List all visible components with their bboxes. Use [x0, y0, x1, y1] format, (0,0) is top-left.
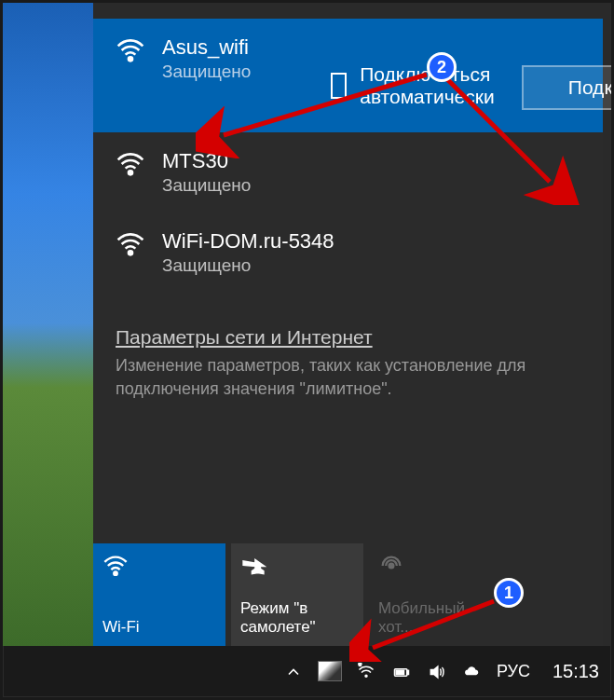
annotation-callout-1: 1: [494, 578, 524, 608]
desktop-wallpaper: [0, 0, 93, 646]
wifi-tile[interactable]: Wi-Fi: [93, 543, 225, 646]
wifi-name: MTS30: [162, 149, 580, 173]
wifi-status: Защищено: [162, 255, 580, 276]
wifi-icon: [116, 35, 145, 65]
taskbar: * РУС 15:13: [4, 646, 610, 696]
wifi-network-item[interactable]: WiFi-DOM.ru-5348 Защищено: [93, 213, 603, 293]
hotspot-tile[interactable]: Мобильный хот...: [369, 543, 501, 646]
svg-point-2: [129, 251, 132, 254]
tray-onedrive-icon[interactable]: [461, 661, 484, 680]
annotation-callout-2: 2: [427, 52, 457, 82]
wifi-status: Защищено: [162, 62, 251, 82]
tray-app-icon[interactable]: [318, 661, 342, 681]
wifi-info: WiFi-DOM.ru-5348 Защищено: [162, 229, 580, 276]
wifi-info: Asus_wifi Защищено: [162, 35, 251, 82]
tile-label: Режим "в самолете": [240, 599, 354, 637]
network-settings-section: Параметры сети и Интернет Изменение пара…: [93, 311, 603, 416]
tray-volume-icon[interactable]: [426, 661, 448, 680]
svg-point-4: [389, 564, 394, 569]
wifi-network-item-selected[interactable]: Asus_wifi Защищено Подключаться автомати…: [93, 19, 603, 132]
tray-battery-icon[interactable]: [390, 661, 413, 680]
wifi-icon: [116, 149, 145, 179]
wifi-icon: [116, 229, 145, 259]
svg-text:*: *: [359, 663, 362, 670]
tile-label: Мобильный хот...: [378, 599, 492, 637]
wifi-status: Защищено: [162, 175, 580, 196]
svg-point-3: [114, 571, 117, 575]
svg-point-5: [365, 675, 367, 677]
wifi-name: WiFi-DOM.ru-5348: [162, 229, 580, 254]
hotspot-icon: [378, 553, 404, 579]
auto-connect-row: Подключаться автоматически: [331, 63, 504, 108]
network-settings-link[interactable]: Параметры сети и Интернет: [116, 326, 373, 348]
wifi-icon: [102, 553, 129, 579]
tray-language[interactable]: РУС: [497, 662, 530, 681]
network-settings-description: Изменение параметров, таких как установл…: [116, 354, 580, 401]
wifi-name: Asus_wifi: [162, 35, 251, 60]
auto-connect-checkbox[interactable]: [331, 73, 347, 99]
tile-label: Wi-Fi: [102, 618, 216, 637]
wifi-network-item[interactable]: MTS30 Защищено: [93, 132, 603, 213]
quick-action-tiles: Wi-Fi Режим "в самолете" Мобильный хот..…: [93, 543, 603, 646]
svg-point-1: [129, 171, 132, 174]
tray-clock[interactable]: 15:13: [553, 661, 599, 682]
wifi-info: MTS30 Защищено: [162, 149, 580, 196]
svg-point-0: [129, 57, 132, 61]
connect-button[interactable]: Подключиться: [522, 65, 614, 110]
svg-rect-8: [407, 670, 409, 674]
airplane-icon: [240, 553, 266, 579]
tray-chevron-up-icon[interactable]: [282, 661, 305, 680]
svg-rect-9: [396, 670, 403, 674]
airplane-mode-tile[interactable]: Режим "в самолете": [231, 543, 363, 646]
wifi-flyout-panel: Asus_wifi Защищено Подключаться автомати…: [93, 19, 603, 646]
tray-wifi-icon[interactable]: *: [355, 661, 377, 680]
